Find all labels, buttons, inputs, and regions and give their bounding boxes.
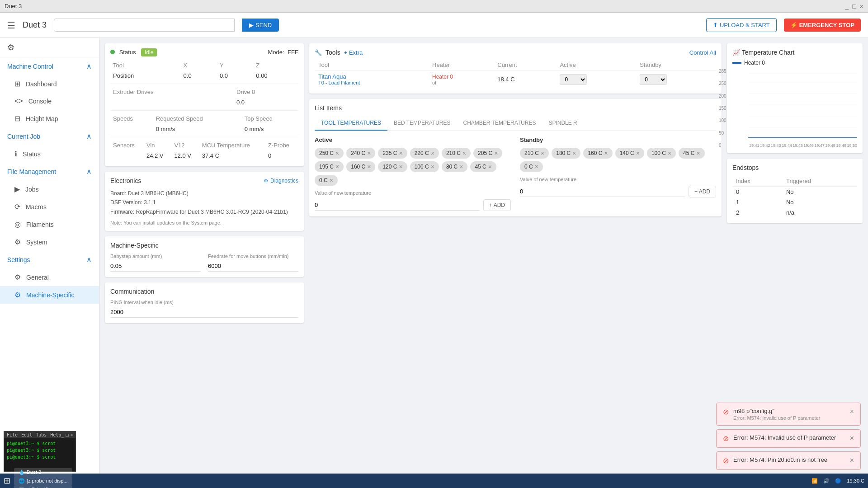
remove-chip-btn[interactable]: ×	[367, 150, 371, 157]
sidebar-item-jobs[interactable]: ▶ Jobs	[0, 180, 99, 198]
ping-input[interactable]	[110, 307, 298, 318]
machine-specific-form: Babystep amount (mm) Feedrate for move b…	[110, 253, 298, 272]
tools-title: Tools	[326, 49, 340, 56]
x-label: 19:48	[825, 143, 835, 148]
col-active: Active	[556, 60, 636, 70]
sidebar-item-system[interactable]: ⚙ System	[0, 233, 99, 251]
taskbar-item-label: [z probe not disp...	[27, 478, 68, 483]
active-temp-chip: 120 C×	[378, 161, 407, 172]
extra-link[interactable]: + Extra	[344, 49, 363, 56]
standby-chips: 210 C×180 C×160 C×140 C×100 C×45 C×0 C×	[520, 148, 716, 172]
terminal-menu-tabs[interactable]: Tabs	[36, 432, 47, 437]
endstops-card: Endstops Index Triggered 0 No 1 No 2 n/a	[727, 159, 863, 223]
terminal-titlebar: File Edit Tabs Help _ □ ×	[4, 432, 75, 438]
upload-start-button[interactable]: ⬆ UPLOAD & START	[706, 18, 777, 32]
remove-chip-btn[interactable]: ×	[636, 150, 640, 157]
remove-chip-btn[interactable]: ×	[572, 150, 576, 157]
active-new-temp-label: Value of new temperature	[315, 190, 511, 196]
standby-temp-input[interactable]	[520, 186, 685, 197]
remove-chip-btn[interactable]: ×	[335, 150, 339, 157]
remove-chip-btn[interactable]: ×	[330, 177, 333, 184]
standby-new-temp-label: Value of new temperature	[520, 177, 716, 182]
standby-add-button[interactable]: + ADD	[689, 186, 716, 197]
remove-chip-btn[interactable]: ×	[399, 150, 402, 157]
list-items-tab[interactable]: TOOL TEMPERATURES	[315, 116, 387, 131]
remove-chip-btn[interactable]: ×	[604, 150, 608, 157]
x-label: 19:46	[803, 143, 814, 148]
terminal-minimize[interactable]: _	[61, 432, 64, 437]
zprobe-val: 0	[265, 150, 298, 161]
active-temp-select[interactable]: 0	[560, 74, 587, 85]
taskbar-item[interactable]: 💧Duet 3	[14, 468, 72, 477]
remove-chip-btn[interactable]: ×	[459, 163, 463, 170]
list-items-tab[interactable]: CHAMBER TEMPERATURES	[457, 116, 542, 131]
remove-chip-btn[interactable]: ×	[535, 163, 538, 170]
terminal-maximize[interactable]: □	[66, 432, 68, 437]
sidebar-section-settings[interactable]: Settings ∧	[0, 251, 99, 268]
standby-temp-select[interactable]: 0	[640, 74, 667, 85]
sidebar-item-macros[interactable]: ⟳ Macros	[0, 198, 99, 216]
remove-chip-btn[interactable]: ×	[335, 163, 339, 170]
system-label: System	[26, 239, 47, 246]
bolt-icon: ⚡	[790, 22, 797, 28]
remove-chip-btn[interactable]: ×	[668, 150, 671, 157]
list-items-tab[interactable]: BED TEMPERATURES	[387, 116, 457, 131]
remove-chip-btn[interactable]: ×	[696, 150, 700, 157]
emergency-stop-button[interactable]: ⚡ EMERGENCY STOP	[784, 19, 861, 32]
taskbar-item[interactable]: 💻pi@duet3: ~	[14, 485, 72, 488]
terminal-close[interactable]: ×	[70, 432, 73, 437]
control-all-link[interactable]: Control All	[689, 49, 716, 56]
close-btn[interactable]: ×	[860, 3, 863, 10]
terminal-menu-file[interactable]: File	[7, 432, 18, 437]
remove-chip-btn[interactable]: ×	[431, 150, 434, 157]
sidebar-section-machine-control[interactable]: Machine Control ∧	[0, 57, 99, 75]
close-notification-btn[interactable]: ×	[850, 434, 854, 442]
col-current: Current	[494, 60, 556, 70]
active-add-button[interactable]: + ADD	[483, 199, 511, 211]
ping-label: PING interval when idle (ms)	[110, 300, 298, 305]
send-button[interactable]: ▶ SEND	[242, 19, 279, 32]
remove-chip-btn[interactable]: ×	[367, 163, 371, 170]
sidebar-section-file-management[interactable]: File Management ∧	[0, 163, 99, 180]
close-notification-btn[interactable]: ×	[850, 456, 854, 465]
feedrate-input[interactable]	[208, 261, 298, 272]
mode-indicator: Mode: FFF	[268, 49, 298, 56]
list-items-card: List Items TOOL TEMPERATURESBED TEMPERAT…	[309, 99, 722, 216]
babystep-input[interactable]	[110, 261, 201, 272]
requested-speed: 0 mm/s	[153, 124, 242, 134]
terminal-menu-edit[interactable]: Edit	[21, 432, 32, 437]
maximize-btn[interactable]: □	[852, 3, 856, 10]
tool-name[interactable]: Titan Aqua	[318, 73, 425, 80]
remove-chip-btn[interactable]: ×	[494, 150, 498, 157]
taskbar-start[interactable]: ⊞	[4, 476, 10, 486]
sidebar-item-filaments[interactable]: ◎ Filaments	[0, 216, 99, 233]
endstop-index: 1	[732, 197, 783, 207]
active-temp-input[interactable]	[315, 200, 480, 211]
taskbar-item[interactable]: 🌐[z probe not disp...	[14, 477, 72, 485]
remove-chip-btn[interactable]: ×	[488, 163, 492, 170]
remove-chip-btn[interactable]: ×	[541, 150, 544, 157]
sidebar-item-status[interactable]: ℹ Status	[0, 145, 99, 163]
sidebar-item-machine-specific[interactable]: ⚙ Machine-Specific	[0, 286, 99, 304]
sidebar-section-current-job[interactable]: Current Job ∧	[0, 127, 99, 145]
list-items-tab[interactable]: SPINDLE R	[542, 116, 583, 131]
diagnostics-link[interactable]: ⚙ Diagnostics	[264, 178, 298, 184]
remove-chip-btn[interactable]: ×	[431, 163, 434, 170]
minimize-btn[interactable]: _	[845, 3, 849, 10]
sidebar-item-console[interactable]: <> Console	[0, 93, 99, 110]
close-notification-btn[interactable]: ×	[850, 408, 854, 416]
remove-chip-btn[interactable]: ×	[462, 150, 466, 157]
filaments-label: Filaments	[26, 221, 54, 228]
sidebar-item-heightmap[interactable]: ⊟ Height Map	[0, 110, 99, 127]
gcode-input[interactable]	[54, 19, 235, 32]
machine-specific-card: Machine-Specific Babystep amount (mm) Fe…	[105, 236, 304, 277]
menu-icon[interactable]: ☰	[7, 20, 15, 31]
top-speed: 0 mm/s	[242, 124, 298, 134]
terminal-menu-help[interactable]: Help	[50, 432, 61, 437]
tool-sub[interactable]: T0 - Load Filament	[318, 80, 425, 85]
sidebar-item-dashboard[interactable]: ⊞ Dashboard	[0, 75, 99, 93]
machine-specific-icon: ⚙	[14, 291, 21, 299]
status-label: Status	[23, 150, 41, 158]
remove-chip-btn[interactable]: ×	[399, 163, 402, 170]
sidebar-item-general[interactable]: ⚙ General	[0, 268, 99, 286]
